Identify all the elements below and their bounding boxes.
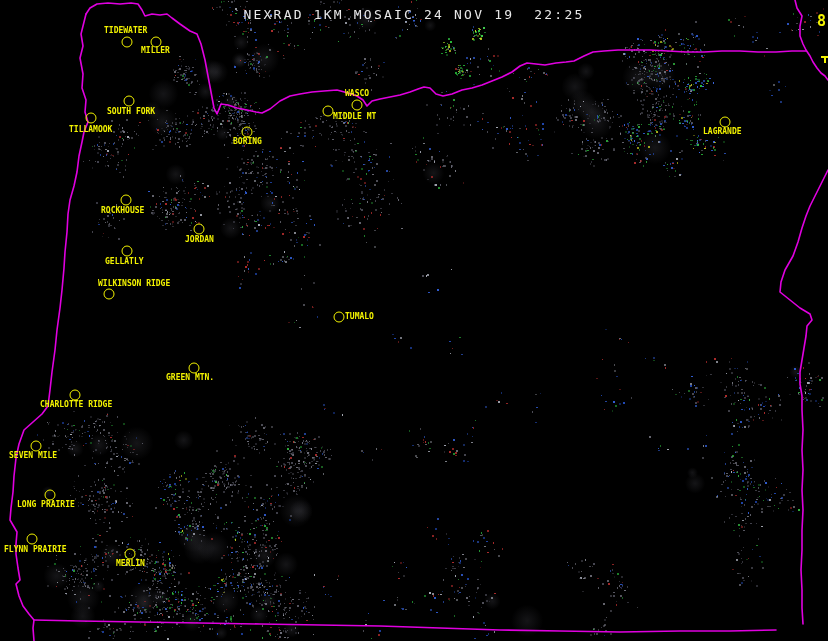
station-label-jordan: JORDAN (185, 236, 214, 244)
radar-mosaic-display[interactable]: TIDEWATERMILLERSOUTH FORKTILLAMOOKWASCOM… (0, 0, 828, 641)
station-marker-merlin[interactable] (125, 549, 136, 560)
station-label-south-fork: SOUTH FORK (107, 108, 155, 116)
edge-label: 8 (817, 12, 828, 30)
station-label-middle-mt: MIDDLE MT (333, 113, 376, 121)
station-label-seven-mile: SEVEN MILE (9, 452, 57, 460)
station-marker-wilkinson-ridge[interactable] (104, 289, 115, 300)
station-label-green-mtn: GREEN MTN. (166, 374, 214, 382)
station-marker-tumalo[interactable] (334, 312, 345, 323)
station-marker-lagrande[interactable] (720, 117, 731, 128)
station-marker-rockhouse[interactable] (121, 195, 132, 206)
station-label-miller: MILLER (141, 47, 170, 55)
station-label-charlotte-ridge: CHARLOTTE RIDGE (40, 401, 112, 409)
station-marker-jordan[interactable] (194, 224, 205, 235)
station-marker-middle-mt[interactable] (323, 106, 334, 117)
page-title: NEXRAD 1KM MOSAIC 24 NOV 19 22:25 (0, 7, 828, 22)
station-label-tumalo: TUMALO (345, 313, 374, 321)
station-marker-charlotte-ridge[interactable] (70, 390, 81, 401)
station-label-wilkinson-ridge: WILKINSON RIDGE (98, 280, 170, 288)
station-label-boring: BORING (233, 138, 262, 146)
edge-partial-glyph (824, 58, 826, 63)
station-label-tillamook: TILLAMOOK (69, 126, 112, 134)
station-marker-wasco[interactable] (352, 100, 363, 111)
station-label-gellatly: GELLATLY (105, 258, 144, 266)
station-label-lagrande: LAGRANDE (703, 128, 742, 136)
station-marker-tidewater[interactable] (122, 37, 133, 48)
station-label-long-prairie: LONG PRAIRIE (17, 501, 75, 509)
station-marker-green-mtn[interactable] (189, 363, 200, 374)
station-marker-gellatly[interactable] (122, 246, 133, 257)
station-label-tidewater: TIDEWATER (104, 27, 147, 35)
station-marker-boring[interactable] (242, 127, 253, 138)
station-label-flynn-prairie: FLYNN PRAIRIE (4, 546, 67, 554)
station-marker-flynn-prairie[interactable] (27, 534, 38, 545)
station-label-merlin: MERLIN (116, 560, 145, 568)
station-label-wasco: WASCO (345, 90, 369, 98)
station-marker-long-prairie[interactable] (45, 490, 56, 501)
station-marker-south-fork[interactable] (124, 96, 135, 107)
station-marker-tillamook[interactable] (86, 113, 97, 124)
station-label-rockhouse: ROCKHOUSE (101, 207, 144, 215)
station-marker-seven-mile[interactable] (31, 441, 42, 452)
station-layer: TIDEWATERMILLERSOUTH FORKTILLAMOOKWASCOM… (0, 0, 828, 641)
